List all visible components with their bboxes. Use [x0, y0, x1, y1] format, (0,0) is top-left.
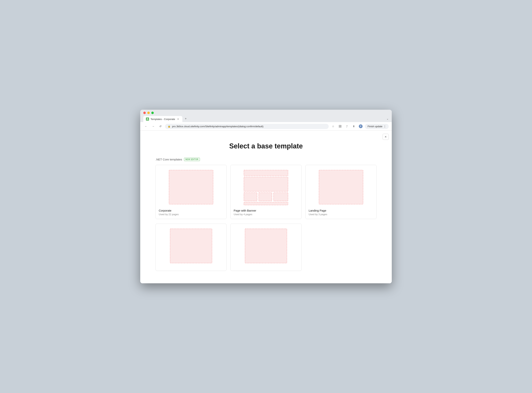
template-usage-landing-page: Used by 3 pages [309, 213, 373, 216]
template-preview-page-with-banner [234, 168, 298, 206]
tab-title: Templates - Corporate [151, 118, 175, 121]
finish-update-label: Finish update [368, 125, 382, 128]
svg-rect-2 [340, 125, 341, 126]
template-card-plain2[interactable] [230, 224, 302, 271]
svg-point-0 [147, 119, 148, 120]
template-usage-page-with-banner: Used by 4 pages [234, 213, 298, 216]
template-card-page-with-banner[interactable]: Page with Banner Used by 4 pages [230, 165, 302, 219]
window-control[interactable]: ⌄ [386, 117, 389, 120]
title-bar: Templates - Corporate ✕ + ⌄ [140, 110, 392, 122]
svg-rect-10 [274, 192, 288, 201]
tabs-row: Templates - Corporate ✕ + ⌄ [143, 116, 389, 122]
back-button[interactable]: ← [143, 124, 149, 129]
close-icon: ✕ [384, 135, 387, 138]
maximize-traffic-light[interactable] [151, 112, 154, 114]
svg-rect-14 [245, 229, 287, 263]
download-button[interactable]: ⬇ [351, 124, 356, 129]
template-card-plain1[interactable] [155, 224, 226, 271]
close-traffic-light[interactable] [143, 112, 146, 114]
section-label-text: .NET Core templates [155, 158, 182, 161]
new-tab-button[interactable]: + [183, 116, 188, 121]
template-card-landing-page[interactable]: Landing Page Used by 3 pages [306, 165, 377, 219]
dialog-container: Select a base template .NET Core templat… [140, 131, 392, 283]
tab-favicon [146, 118, 149, 121]
svg-rect-13 [170, 229, 212, 263]
template-name-landing-page: Landing Page [309, 209, 373, 212]
lock-icon: 🔒 [168, 125, 171, 128]
svg-rect-11 [244, 202, 288, 205]
url-text: pro.3b0ce.cloud.sitefinity.com/Sitefinit… [172, 125, 326, 128]
close-dialog-button[interactable]: ✕ [383, 134, 389, 140]
url-bar[interactable]: 🔒 pro.3b0ce.cloud.sitefinity.com/Sitefin… [165, 124, 329, 129]
svg-rect-9 [259, 192, 272, 201]
share-button[interactable]: ⤴ [344, 124, 350, 129]
bookmark-button[interactable]: ☆ [331, 124, 336, 129]
refresh-button[interactable]: ↺ [158, 124, 163, 129]
dialog-title: Select a base template [155, 142, 377, 150]
template-preview-corporate [159, 168, 223, 206]
forward-button[interactable]: → [151, 124, 156, 129]
finish-update-menu-icon: ⋮ [383, 125, 386, 128]
svg-rect-7 [244, 177, 288, 191]
toolbar-actions: ☆ ⤴ ⬇ P Finish update ⋮ [331, 124, 389, 129]
browser-window: Templates - Corporate ✕ + ⌄ ← → ↺ 🔒 pro.… [140, 110, 392, 283]
profile-button[interactable]: P [358, 124, 363, 129]
template-preview-plain2 [234, 227, 298, 265]
active-tab[interactable]: Templates - Corporate ✕ [143, 116, 182, 122]
address-bar: ← → ↺ 🔒 pro.3b0ce.cloud.sitefinity.com/S… [140, 122, 392, 131]
new-editor-badge: NEW EDITOR [184, 158, 200, 161]
extensions-button[interactable] [337, 124, 343, 129]
templates-grid-row2 [155, 224, 377, 271]
template-preview-landing-page [309, 168, 373, 206]
finish-update-button[interactable]: Finish update ⋮ [365, 124, 389, 129]
minimize-traffic-light[interactable] [147, 112, 150, 114]
svg-rect-5 [169, 170, 213, 204]
template-card-corporate[interactable]: Corporate Used by 22 pages [155, 165, 226, 219]
template-preview-plain1 [159, 227, 223, 265]
templates-grid: Corporate Used by 22 pages [155, 165, 377, 219]
svg-rect-3 [339, 127, 340, 128]
content-area: ✕ Select a base template .NET Core templ… [140, 131, 392, 283]
svg-rect-8 [244, 192, 257, 201]
tab-close-button[interactable]: ✕ [177, 118, 180, 121]
template-name-page-with-banner: Page with Banner [234, 209, 298, 212]
traffic-lights [143, 112, 389, 114]
svg-rect-6 [244, 170, 288, 176]
svg-rect-1 [339, 125, 340, 126]
svg-rect-12 [319, 170, 363, 204]
template-name-corporate: Corporate [159, 209, 223, 212]
section-label: .NET Core templates NEW EDITOR [155, 158, 377, 161]
template-usage-corporate: Used by 22 pages [159, 213, 223, 216]
svg-rect-4 [340, 127, 341, 128]
